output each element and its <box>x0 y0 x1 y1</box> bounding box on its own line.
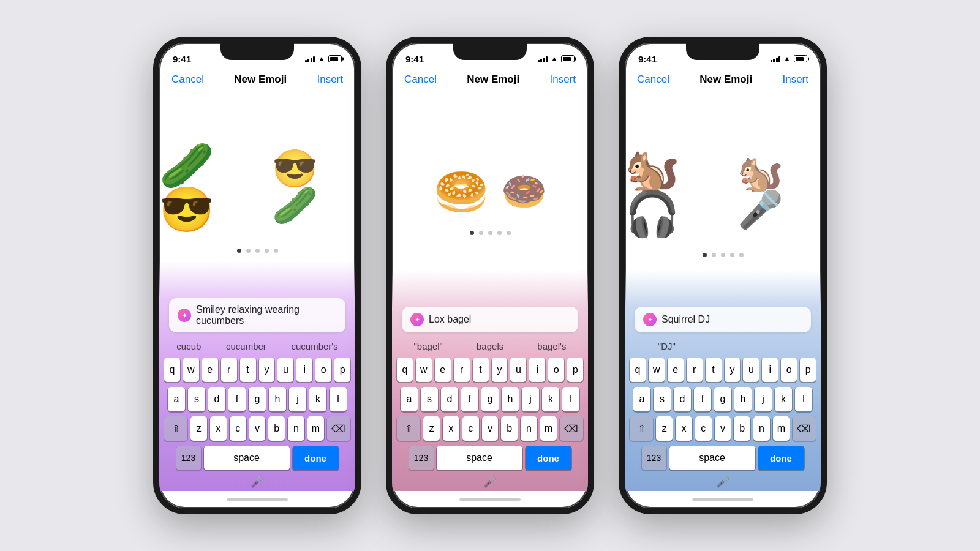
suggestion-2-1[interactable]: "bagel" <box>414 341 443 351</box>
suggestion-1-3[interactable]: cucumber's <box>291 341 337 351</box>
key-b-2[interactable]: b <box>501 416 518 441</box>
key-f-3[interactable]: f <box>694 387 711 411</box>
emoji-secondary-2[interactable]: 🍩 <box>501 173 547 210</box>
key-delete-3[interactable]: ⌫ <box>793 416 816 441</box>
key-j-1[interactable]: j <box>289 387 306 411</box>
key-space-3[interactable]: space <box>669 446 755 470</box>
key-d-3[interactable]: d <box>674 387 691 411</box>
key-z-1[interactable]: z <box>190 416 207 441</box>
mic-icon-1[interactable]: 🎤 <box>251 475 264 489</box>
key-w-1[interactable]: w <box>183 358 199 382</box>
key-e-1[interactable]: e <box>202 358 218 382</box>
key-w-2[interactable]: w <box>416 358 432 382</box>
key-e-3[interactable]: e <box>668 358 684 382</box>
key-b-3[interactable]: b <box>734 416 750 441</box>
key-shift-1[interactable]: ⇧ <box>164 416 187 441</box>
key-s-3[interactable]: s <box>654 387 671 411</box>
key-q-1[interactable]: q <box>164 358 180 382</box>
cancel-button-1[interactable]: Cancel <box>172 73 204 86</box>
key-done-2[interactable]: done <box>526 446 571 470</box>
key-r-3[interactable]: r <box>687 358 703 382</box>
key-shift-3[interactable]: ⇧ <box>630 416 653 441</box>
key-q-2[interactable]: q <box>397 358 413 382</box>
key-p-1[interactable]: p <box>334 358 350 382</box>
key-q-3[interactable]: q <box>630 358 646 382</box>
key-m-2[interactable]: m <box>540 416 557 441</box>
insert-button-3[interactable]: Insert <box>782 73 809 86</box>
key-x-3[interactable]: x <box>676 416 692 441</box>
key-p-3[interactable]: p <box>800 358 816 382</box>
key-f-1[interactable]: f <box>228 387 246 411</box>
cancel-button-3[interactable]: Cancel <box>637 73 669 86</box>
key-h-2[interactable]: h <box>502 387 519 411</box>
key-p-2[interactable]: p <box>567 358 583 382</box>
key-h-3[interactable]: h <box>734 387 752 411</box>
insert-button-1[interactable]: Insert <box>317 73 343 86</box>
key-k-2[interactable]: k <box>542 387 559 411</box>
suggestion-2-3[interactable]: bagel's <box>537 341 566 351</box>
key-v-2[interactable]: v <box>482 416 499 441</box>
key-space-1[interactable]: space <box>204 446 290 470</box>
suggestion-2-2[interactable]: bagels <box>477 341 503 351</box>
key-t-1[interactable]: t <box>240 358 256 382</box>
key-x-1[interactable]: x <box>210 416 227 441</box>
key-j-3[interactable]: j <box>755 387 772 411</box>
key-u-2[interactable]: u <box>510 358 526 382</box>
emoji-secondary-3[interactable]: 🐿️🎤 <box>737 155 821 228</box>
search-box-3[interactable]: Squirrel DJ <box>635 307 811 332</box>
key-done-3[interactable]: done <box>758 446 804 470</box>
key-i-3[interactable]: i <box>762 358 778 382</box>
key-v-1[interactable]: v <box>249 416 266 441</box>
key-nums-1[interactable]: 123 <box>176 446 201 470</box>
key-u-3[interactable]: u <box>743 358 759 382</box>
key-b-1[interactable]: b <box>268 416 285 441</box>
key-i-2[interactable]: i <box>529 358 545 382</box>
mic-icon-3[interactable]: 🎤 <box>716 475 729 489</box>
key-f-2[interactable]: f <box>461 387 478 411</box>
key-a-3[interactable]: a <box>633 387 650 411</box>
key-i-1[interactable]: i <box>296 358 312 382</box>
search-box-2[interactable]: Lox bagel <box>402 307 578 332</box>
key-a-2[interactable]: a <box>401 387 418 411</box>
key-c-2[interactable]: c <box>462 416 479 441</box>
key-d-1[interactable]: d <box>208 387 225 411</box>
key-e-2[interactable]: e <box>435 358 451 382</box>
key-done-1[interactable]: done <box>293 446 339 470</box>
suggestion-1-2[interactable]: cucumber <box>226 341 266 351</box>
key-y-2[interactable]: y <box>492 358 508 382</box>
suggestion-3-1[interactable]: "DJ" <box>658 341 676 351</box>
key-y-3[interactable]: y <box>725 358 741 382</box>
key-delete-1[interactable]: ⌫ <box>327 416 350 441</box>
key-v-3[interactable]: v <box>715 416 731 441</box>
key-l-1[interactable]: l <box>330 387 347 411</box>
suggestion-1-1[interactable]: cucub <box>176 341 201 351</box>
key-l-2[interactable]: l <box>562 387 579 411</box>
key-k-1[interactable]: k <box>309 387 326 411</box>
emoji-secondary-1[interactable]: 😎🥒 <box>272 151 355 224</box>
key-z-3[interactable]: z <box>656 416 673 441</box>
insert-button-2[interactable]: Insert <box>549 73 576 86</box>
emoji-primary-2[interactable]: 🥯 <box>434 170 489 214</box>
key-o-1[interactable]: o <box>315 358 331 382</box>
key-z-2[interactable]: z <box>423 416 440 441</box>
key-n-2[interactable]: n <box>521 416 537 441</box>
key-r-1[interactable]: r <box>221 358 237 382</box>
key-c-3[interactable]: c <box>695 416 712 441</box>
key-delete-2[interactable]: ⌫ <box>560 416 583 441</box>
key-m-3[interactable]: m <box>773 416 790 441</box>
key-g-3[interactable]: g <box>714 387 731 411</box>
key-nums-3[interactable]: 123 <box>642 446 666 470</box>
key-l-3[interactable]: l <box>795 387 812 411</box>
search-box-1[interactable]: Smiley relaxing wearing cucumbers <box>169 298 345 332</box>
mic-icon-2[interactable]: 🎤 <box>483 475 497 489</box>
key-space-2[interactable]: space <box>437 446 522 470</box>
key-o-2[interactable]: o <box>548 358 564 382</box>
key-n-1[interactable]: n <box>288 416 304 441</box>
key-y-1[interactable]: y <box>259 358 275 382</box>
cancel-button-2[interactable]: Cancel <box>404 73 437 86</box>
key-u-1[interactable]: u <box>277 358 293 382</box>
key-nums-2[interactable]: 123 <box>409 446 434 470</box>
emoji-primary-1[interactable]: 🥒😎 <box>159 143 260 231</box>
key-h-1[interactable]: h <box>269 387 286 411</box>
key-d-2[interactable]: d <box>441 387 458 411</box>
